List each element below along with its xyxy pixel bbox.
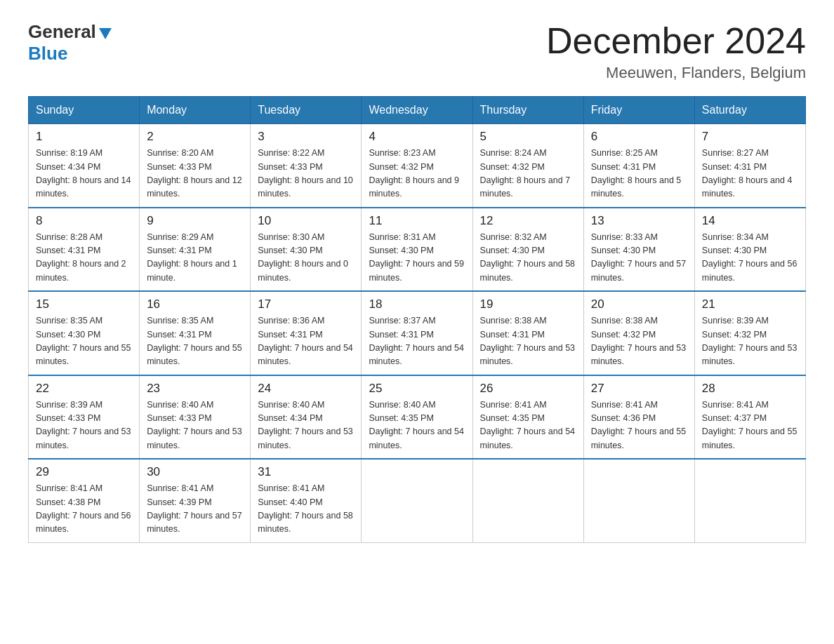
day-number: 5 [480,130,576,144]
calendar-week-row: 15 Sunrise: 8:35 AM Sunset: 4:30 PM Dayl… [29,291,806,375]
calendar-header-row: SundayMondayTuesdayWednesdayThursdayFrid… [29,97,806,124]
day-info: Sunrise: 8:41 AM Sunset: 4:36 PM Dayligh… [591,398,687,453]
day-info: Sunrise: 8:41 AM Sunset: 4:39 PM Dayligh… [147,482,243,537]
day-info: Sunrise: 8:29 AM Sunset: 4:31 PM Dayligh… [147,231,243,286]
calendar-cell: 1 Sunrise: 8:19 AM Sunset: 4:34 PM Dayli… [29,124,140,208]
day-info: Sunrise: 8:35 AM Sunset: 4:31 PM Dayligh… [147,314,243,369]
day-number: 24 [258,382,354,396]
day-info: Sunrise: 8:19 AM Sunset: 4:34 PM Dayligh… [36,147,132,201]
calendar-cell: 29 Sunrise: 8:41 AM Sunset: 4:38 PM Dayl… [29,459,140,542]
calendar-cell [583,459,694,542]
logo-blue-text: Blue [28,43,67,64]
day-number: 13 [591,214,687,228]
calendar-cell: 14 Sunrise: 8:34 AM Sunset: 4:30 PM Dayl… [694,208,805,292]
day-number: 6 [591,130,687,144]
calendar-cell: 3 Sunrise: 8:22 AM Sunset: 4:33 PM Dayli… [251,124,362,208]
day-info: Sunrise: 8:40 AM Sunset: 4:33 PM Dayligh… [147,398,243,453]
day-number: 23 [147,382,243,396]
day-number: 31 [258,465,354,479]
calendar-cell: 30 Sunrise: 8:41 AM Sunset: 4:39 PM Dayl… [140,459,251,542]
day-number: 22 [36,382,132,396]
calendar-cell [472,459,583,542]
calendar-cell: 4 Sunrise: 8:23 AM Sunset: 4:32 PM Dayli… [362,124,472,208]
calendar-cell: 15 Sunrise: 8:35 AM Sunset: 4:30 PM Dayl… [29,291,140,375]
day-info: Sunrise: 8:34 AM Sunset: 4:30 PM Dayligh… [702,231,798,286]
calendar-cell: 19 Sunrise: 8:38 AM Sunset: 4:31 PM Dayl… [472,291,583,375]
day-number: 3 [258,130,354,144]
day-info: Sunrise: 8:41 AM Sunset: 4:40 PM Dayligh… [258,482,354,537]
day-info: Sunrise: 8:28 AM Sunset: 4:31 PM Dayligh… [36,231,132,286]
calendar-cell: 24 Sunrise: 8:40 AM Sunset: 4:34 PM Dayl… [251,375,362,459]
calendar-cell: 7 Sunrise: 8:27 AM Sunset: 4:31 PM Dayli… [694,124,805,208]
day-info: Sunrise: 8:31 AM Sunset: 4:30 PM Dayligh… [369,231,465,286]
day-number: 26 [480,382,576,396]
day-number: 30 [147,465,243,479]
calendar-cell: 21 Sunrise: 8:39 AM Sunset: 4:32 PM Dayl… [694,291,805,375]
day-info: Sunrise: 8:32 AM Sunset: 4:30 PM Dayligh… [480,231,576,286]
day-info: Sunrise: 8:27 AM Sunset: 4:31 PM Dayligh… [702,147,798,201]
calendar-cell [694,459,805,542]
calendar-cell: 26 Sunrise: 8:41 AM Sunset: 4:35 PM Dayl… [472,375,583,459]
calendar-cell: 27 Sunrise: 8:41 AM Sunset: 4:36 PM Dayl… [583,375,694,459]
calendar-week-row: 22 Sunrise: 8:39 AM Sunset: 4:33 PM Dayl… [29,375,806,459]
day-info: Sunrise: 8:33 AM Sunset: 4:30 PM Dayligh… [591,231,687,286]
day-info: Sunrise: 8:41 AM Sunset: 4:37 PM Dayligh… [702,398,798,453]
day-info: Sunrise: 8:40 AM Sunset: 4:35 PM Dayligh… [369,398,465,453]
calendar-cell: 8 Sunrise: 8:28 AM Sunset: 4:31 PM Dayli… [29,208,140,292]
day-number: 7 [702,130,798,144]
day-info: Sunrise: 8:37 AM Sunset: 4:31 PM Dayligh… [369,314,465,369]
calendar-cell [362,459,472,542]
calendar-cell: 10 Sunrise: 8:30 AM Sunset: 4:30 PM Dayl… [251,208,362,292]
calendar-cell: 25 Sunrise: 8:40 AM Sunset: 4:35 PM Dayl… [362,375,472,459]
day-number: 9 [147,214,243,228]
day-number: 20 [591,297,687,311]
calendar-cell: 20 Sunrise: 8:38 AM Sunset: 4:32 PM Dayl… [583,291,694,375]
day-number: 25 [369,382,465,396]
calendar-week-row: 1 Sunrise: 8:19 AM Sunset: 4:34 PM Dayli… [29,124,806,208]
calendar-cell: 16 Sunrise: 8:35 AM Sunset: 4:31 PM Dayl… [140,291,251,375]
column-header-thursday: Thursday [472,97,583,124]
day-info: Sunrise: 8:40 AM Sunset: 4:34 PM Dayligh… [258,398,354,453]
day-info: Sunrise: 8:41 AM Sunset: 4:38 PM Dayligh… [36,482,132,537]
calendar-week-row: 8 Sunrise: 8:28 AM Sunset: 4:31 PM Dayli… [29,208,806,292]
calendar-cell: 28 Sunrise: 8:41 AM Sunset: 4:37 PM Dayl… [694,375,805,459]
day-info: Sunrise: 8:35 AM Sunset: 4:30 PM Dayligh… [36,314,132,369]
column-header-sunday: Sunday [29,97,140,124]
day-number: 1 [36,130,132,144]
calendar-title: December 2024 [546,21,806,61]
page-header: General Blue December 2024 Meeuwen, Flan… [28,21,806,82]
column-header-wednesday: Wednesday [362,97,472,124]
day-number: 8 [36,214,132,228]
day-number: 16 [147,297,243,311]
day-number: 11 [369,214,465,228]
day-info: Sunrise: 8:23 AM Sunset: 4:32 PM Dayligh… [369,147,465,201]
calendar-cell: 6 Sunrise: 8:25 AM Sunset: 4:31 PM Dayli… [583,124,694,208]
day-number: 4 [369,130,465,144]
calendar-cell: 23 Sunrise: 8:40 AM Sunset: 4:33 PM Dayl… [140,375,251,459]
column-header-monday: Monday [140,97,251,124]
calendar-table: SundayMondayTuesdayWednesdayThursdayFrid… [28,96,806,543]
day-info: Sunrise: 8:25 AM Sunset: 4:31 PM Dayligh… [591,147,687,201]
day-number: 14 [702,214,798,228]
day-info: Sunrise: 8:41 AM Sunset: 4:35 PM Dayligh… [480,398,576,453]
day-info: Sunrise: 8:30 AM Sunset: 4:30 PM Dayligh… [258,231,354,286]
calendar-cell: 31 Sunrise: 8:41 AM Sunset: 4:40 PM Dayl… [251,459,362,542]
day-number: 17 [258,297,354,311]
day-info: Sunrise: 8:38 AM Sunset: 4:31 PM Dayligh… [480,314,576,369]
calendar-subtitle: Meeuwen, Flanders, Belgium [546,64,806,82]
calendar-cell: 5 Sunrise: 8:24 AM Sunset: 4:32 PM Dayli… [472,124,583,208]
calendar-cell: 18 Sunrise: 8:37 AM Sunset: 4:31 PM Dayl… [362,291,472,375]
calendar-cell: 2 Sunrise: 8:20 AM Sunset: 4:33 PM Dayli… [140,124,251,208]
calendar-cell: 11 Sunrise: 8:31 AM Sunset: 4:30 PM Dayl… [362,208,472,292]
calendar-cell: 13 Sunrise: 8:33 AM Sunset: 4:30 PM Dayl… [583,208,694,292]
day-info: Sunrise: 8:22 AM Sunset: 4:33 PM Dayligh… [258,147,354,201]
day-number: 10 [258,214,354,228]
calendar-cell: 17 Sunrise: 8:36 AM Sunset: 4:31 PM Dayl… [251,291,362,375]
column-header-saturday: Saturday [694,97,805,124]
day-info: Sunrise: 8:38 AM Sunset: 4:32 PM Dayligh… [591,314,687,369]
day-number: 19 [480,297,576,311]
logo-triangle-icon [99,28,112,39]
column-header-friday: Friday [583,97,694,124]
day-number: 2 [147,130,243,144]
day-info: Sunrise: 8:39 AM Sunset: 4:32 PM Dayligh… [702,314,798,369]
